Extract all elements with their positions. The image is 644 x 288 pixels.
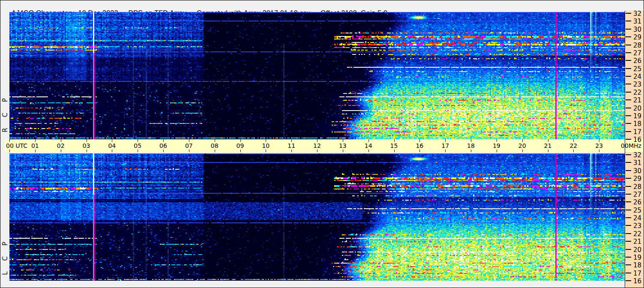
freq-tick-label: 18 (633, 261, 643, 269)
rcp-panel-label: R C P (1, 87, 8, 139)
time-tick-label: 14 (365, 142, 372, 149)
freq-tick (626, 280, 631, 281)
time-tick (138, 150, 138, 152)
time-tick (35, 139, 36, 142)
time-tick-label: 04 (108, 142, 116, 149)
freq-tick (626, 264, 631, 265)
freq-tick (626, 45, 631, 45)
time-tick (87, 139, 87, 142)
freq-tick-label: 20 (633, 246, 643, 254)
time-tick (240, 139, 241, 142)
time-tick (394, 150, 395, 152)
freq-tick (626, 139, 631, 140)
time-tick (522, 139, 523, 142)
freq-tick (626, 108, 631, 108)
freq-tick (626, 194, 631, 195)
time-tick-label: 12 (313, 142, 321, 149)
time-tick-label: 05 (134, 142, 141, 149)
freq-tick-label: 17 (633, 270, 643, 277)
time-tick (61, 139, 61, 142)
time-tick (497, 139, 497, 142)
time-tick (368, 150, 369, 152)
freq-tick (626, 76, 631, 77)
time-tick (138, 139, 138, 142)
freq-tick (626, 131, 631, 132)
time-tick-label: 11 (288, 142, 295, 149)
time-tick-label: 09 (237, 142, 244, 149)
time-tick (368, 139, 369, 142)
freq-tick (626, 257, 631, 258)
freq-tick-label: 17 (633, 128, 643, 136)
freq-tick (626, 115, 631, 116)
freq-tick-label: 28 (633, 42, 643, 49)
freq-tick-label: 26 (633, 198, 643, 206)
time-tick-label: 21 (544, 142, 552, 149)
freq-tick-label: 25 (633, 207, 643, 214)
lcp-panel-label: L C P (1, 231, 8, 282)
freq-tick-label: 31 (633, 18, 643, 25)
freq-tick-label: 16 (633, 277, 643, 285)
title-bar: AJ4CO Observatory 10 Dec 2022 - DPS on T… (4, 2, 387, 10)
time-tick-label: 19 (493, 142, 500, 149)
freq-tick (626, 178, 631, 179)
freq-tick (626, 52, 631, 53)
time-tick (9, 150, 10, 152)
freq-tick (626, 201, 631, 202)
freq-tick (626, 225, 631, 226)
time-tick-label: 20 (518, 142, 526, 149)
freq-tick-label: 32 (633, 10, 643, 18)
time-tick-label: 16 (416, 142, 423, 149)
time-tick-label: 03 (83, 142, 90, 149)
time-tick-label: 15 (390, 142, 398, 149)
time-tick (522, 150, 523, 152)
freq-tick-label: 26 (633, 57, 643, 65)
time-tick (573, 139, 574, 142)
lcp-spectrogram (9, 153, 625, 281)
freq-tick-label: 27 (633, 191, 643, 198)
time-tick (445, 150, 446, 152)
time-tick (87, 150, 87, 152)
time-tick (471, 139, 471, 142)
freq-tick-label: 29 (633, 33, 643, 41)
time-tick (419, 139, 420, 142)
freq-tick-label: 22 (633, 89, 643, 96)
freq-tick (626, 162, 631, 163)
freq-tick (626, 13, 631, 14)
app-window: AJ4CO Observatory 10 Dec 2022 - DPS on T… (0, 0, 644, 288)
freq-tick (626, 36, 631, 37)
freq-tick (626, 186, 631, 187)
rcp-spectrogram (9, 12, 625, 139)
time-tick (163, 139, 164, 142)
freq-unit-label: MHz (629, 142, 641, 149)
freq-tick (626, 249, 631, 250)
freq-tick-label: 29 (633, 175, 643, 183)
freq-tick-label: 32 (633, 151, 643, 159)
freq-tick-label: 19 (633, 112, 643, 120)
time-tick (61, 150, 61, 152)
freq-tick (626, 273, 631, 273)
freq-tick-label: 24 (633, 214, 643, 222)
time-tick (573, 150, 574, 152)
time-tick (9, 139, 10, 142)
time-tick (317, 150, 318, 152)
freq-tick-label: 18 (633, 120, 643, 128)
time-tick (266, 139, 266, 142)
freq-tick-label: 31 (633, 159, 643, 167)
time-tick (163, 150, 164, 152)
time-tick (419, 150, 420, 152)
time-tick (291, 150, 292, 152)
freq-tick-label: 25 (633, 65, 643, 73)
time-tick-label: 08 (211, 142, 219, 149)
time-tick (189, 150, 189, 152)
freq-tick (626, 210, 631, 210)
freq-tick (626, 154, 631, 155)
time-tick-label: 17 (441, 142, 449, 149)
freq-tick (626, 21, 631, 21)
time-tick (189, 139, 189, 142)
freq-tick-label: 22 (633, 230, 643, 238)
time-tick (215, 150, 215, 152)
time-tick-label: 07 (185, 142, 193, 149)
freq-tick (626, 60, 631, 61)
frequency-axis-spine (625, 11, 625, 288)
time-tick-label: 02 (57, 142, 65, 149)
